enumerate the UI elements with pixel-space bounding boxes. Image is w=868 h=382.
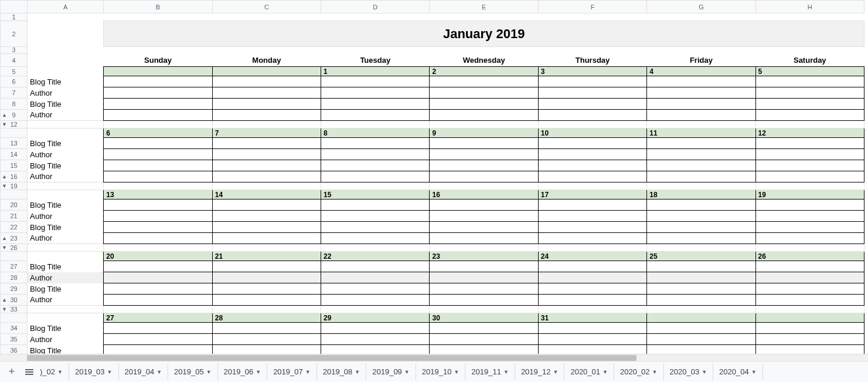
sheet-tab-partial[interactable]: )_02▼ <box>39 363 69 381</box>
expand-group-icon[interactable]: ▼ <box>2 306 7 312</box>
calendar-date-cell[interactable]: 21 <box>212 252 321 261</box>
calendar-date-cell[interactable]: 15 <box>321 190 430 200</box>
gap-cell[interactable] <box>647 244 755 252</box>
calendar-cell[interactable] <box>321 87 430 99</box>
row-header-6[interactable]: 6 <box>1 76 28 87</box>
cell[interactable] <box>212 47 321 54</box>
calendar-cell[interactable] <box>212 211 321 222</box>
weekday-header[interactable]: Wednesday <box>430 54 538 67</box>
calendar-date-cell[interactable]: 27 <box>104 313 212 323</box>
row-label-cell[interactable]: Blog Title <box>28 222 104 233</box>
add-sheet-button[interactable]: + <box>4 364 20 380</box>
calendar-cell[interactable] <box>104 233 212 244</box>
gap-cell[interactable] <box>212 244 321 252</box>
calendar-cell[interactable] <box>321 222 430 233</box>
sheet-tab[interactable]: 2019_11▼ <box>465 363 515 381</box>
row-label-cell[interactable]: Blog Title <box>28 99 104 110</box>
calendar-cell[interactable] <box>212 138 321 149</box>
calendar-cell[interactable] <box>212 261 321 272</box>
gap-cell[interactable] <box>104 182 212 190</box>
sheet-tab[interactable]: 2020_04▼ <box>713 363 763 381</box>
calendar-cell[interactable] <box>430 171 538 182</box>
row-header-21[interactable]: 21 <box>1 211 28 222</box>
calendar-cell[interactable] <box>321 138 430 149</box>
calendar-date-cell[interactable]: 28 <box>212 313 321 323</box>
calendar-cell[interactable] <box>104 323 212 334</box>
gap-cell[interactable] <box>430 244 538 252</box>
cell[interactable] <box>430 47 538 54</box>
gap-cell[interactable] <box>755 306 864 313</box>
calendar-date-cell[interactable]: 26 <box>755 252 864 261</box>
calendar-date-cell[interactable]: 6 <box>104 129 212 138</box>
row-header-9[interactable]: ▲9 <box>1 110 28 121</box>
cell[interactable] <box>538 13 646 21</box>
calendar-cell[interactable] <box>755 138 864 149</box>
calendar-title[interactable]: January 2019 <box>104 21 864 47</box>
calendar-cell[interactable] <box>647 345 755 354</box>
gap-cell[interactable] <box>321 121 430 129</box>
calendar-date-cell[interactable] <box>212 67 321 76</box>
calendar-cell[interactable] <box>647 295 755 306</box>
calendar-cell[interactable] <box>430 160 538 171</box>
gap-cell[interactable] <box>104 306 212 313</box>
chevron-down-icon[interactable]: ▼ <box>454 369 459 375</box>
gap-cell[interactable] <box>28 182 104 190</box>
calendar-date-cell[interactable]: 4 <box>647 67 755 76</box>
sheet-tab[interactable]: 2019_08▼ <box>317 363 367 381</box>
calendar-cell[interactable] <box>104 160 212 171</box>
cell[interactable] <box>28 67 104 76</box>
calendar-cell[interactable] <box>321 211 430 222</box>
calendar-cell[interactable] <box>212 272 321 283</box>
gap-cell[interactable] <box>28 306 104 313</box>
calendar-cell[interactable] <box>538 138 646 149</box>
calendar-date-cell[interactable]: 23 <box>430 252 538 261</box>
gap-cell[interactable] <box>538 121 646 129</box>
horizontal-scrollbar-thumb[interactable] <box>27 355 636 361</box>
calendar-cell[interactable] <box>212 171 321 182</box>
row-header-29[interactable]: 29 <box>1 283 28 295</box>
calendar-cell[interactable] <box>212 233 321 244</box>
cell[interactable] <box>104 47 212 54</box>
calendar-cell[interactable] <box>647 76 755 87</box>
calendar-cell[interactable] <box>755 283 864 295</box>
calendar-cell[interactable] <box>647 99 755 110</box>
cell[interactable] <box>28 129 104 138</box>
calendar-cell[interactable] <box>430 138 538 149</box>
calendar-cell[interactable] <box>212 222 321 233</box>
calendar-cell[interactable] <box>321 171 430 182</box>
cell-A2[interactable] <box>28 21 104 47</box>
calendar-cell[interactable] <box>321 295 430 306</box>
calendar-cell[interactable] <box>430 200 538 211</box>
row-label-cell[interactable]: Author <box>28 211 104 222</box>
calendar-date-cell[interactable]: 2 <box>430 67 538 76</box>
calendar-cell[interactable] <box>755 323 864 334</box>
calendar-date-cell[interactable]: 25 <box>647 252 755 261</box>
calendar-cell[interactable] <box>104 87 212 99</box>
calendar-cell[interactable] <box>538 200 646 211</box>
gap-cell[interactable] <box>755 121 864 129</box>
sheet-tab[interactable]: 2019_06▼ <box>218 363 268 381</box>
calendar-cell[interactable] <box>430 99 538 110</box>
chevron-down-icon[interactable]: ▼ <box>206 369 212 375</box>
calendar-cell[interactable] <box>755 87 864 99</box>
select-all-corner[interactable] <box>1 1 28 13</box>
calendar-cell[interactable] <box>212 160 321 171</box>
calendar-date-cell[interactable] <box>755 313 864 323</box>
row-header-36[interactable]: 36 <box>1 345 28 354</box>
calendar-cell[interactable] <box>647 110 755 121</box>
chevron-down-icon[interactable]: ▼ <box>751 369 757 375</box>
calendar-cell[interactable] <box>647 283 755 295</box>
calendar-date-cell[interactable]: 13 <box>104 190 212 200</box>
row-header-16[interactable]: ▲16 <box>1 171 28 182</box>
row-label-cell[interactable]: Author <box>28 272 104 283</box>
row-header-blank[interactable] <box>1 252 28 261</box>
row-label-cell[interactable]: Author <box>28 149 104 160</box>
weekday-header[interactable]: Monday <box>212 54 321 67</box>
row-label-cell[interactable]: Blog Title <box>28 283 104 295</box>
row-header-blank[interactable] <box>1 313 28 323</box>
calendar-cell[interactable] <box>104 295 212 306</box>
calendar-cell[interactable] <box>538 261 646 272</box>
gap-cell[interactable] <box>321 244 430 252</box>
row-header-blank[interactable] <box>1 190 28 200</box>
row-label-cell[interactable]: Blog Title <box>28 261 104 272</box>
